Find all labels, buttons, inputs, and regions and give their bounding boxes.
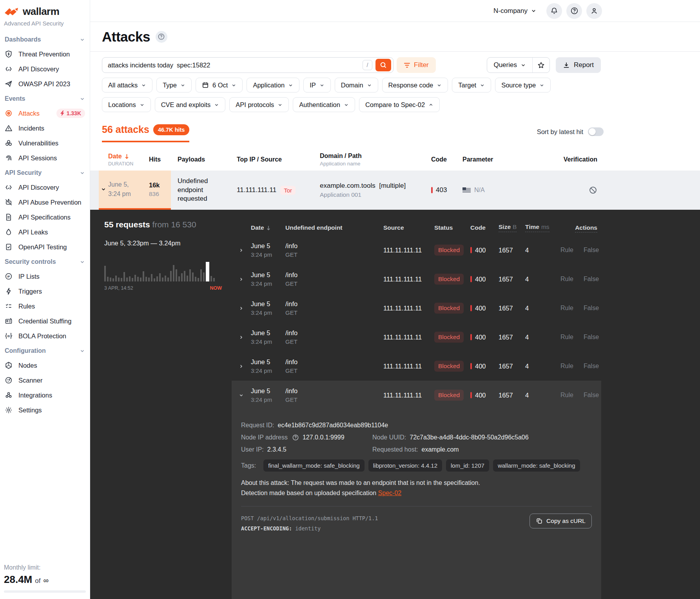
requests-histogram[interactable] (104, 256, 222, 281)
req-column-size[interactable]: SizeB (499, 223, 525, 232)
filter-chip-type[interactable]: Type (156, 78, 192, 93)
rule-action[interactable]: Rule (560, 392, 573, 399)
attack-verification[interactable] (562, 186, 597, 194)
rule-action[interactable]: Rule (560, 363, 573, 370)
sidebar-item-incidents[interactable]: Incidents (3, 121, 87, 136)
request-row-expanded[interactable]: June 53:24 pm /infoGET 111.11.111.11 Blo… (232, 381, 601, 410)
section-api-security[interactable]: API Security (3, 165, 87, 180)
sidebar-item-api-leaks[interactable]: API Leaks (3, 225, 87, 240)
column-payloads[interactable]: Payloads (171, 156, 237, 163)
filter-chip-compare-to-spec[interactable]: Compare to Spec-02 (359, 97, 440, 112)
column-hits[interactable]: Hits (149, 156, 171, 163)
sidebar-item-bola-protection[interactable]: ID BOLA Protection (3, 329, 87, 343)
column-verification[interactable]: Verification (562, 156, 597, 163)
notifications-button[interactable] (546, 3, 562, 19)
false-action[interactable]: False (584, 276, 599, 283)
filter-button[interactable]: Filter (397, 57, 436, 73)
filter-chip-source-type[interactable]: Source type (495, 78, 551, 93)
false-action[interactable]: False (584, 247, 599, 254)
filter-chip-authentication[interactable]: Authentication (293, 97, 355, 112)
tag-chip[interactable]: lom_id: 1207 (446, 459, 489, 472)
sidebar-item-api-discovery[interactable]: API Discovery (3, 62, 87, 76)
copy-as-curl-button[interactable]: Copy as cURL (530, 514, 592, 528)
request-row[interactable]: June 53:24 pm /infoGET 111.11.111.11 Blo… (232, 323, 601, 352)
req-column-date[interactable]: Date (251, 224, 285, 231)
filter-chip-ip[interactable]: IP (303, 78, 331, 93)
request-row[interactable]: June 53:24 pm /infoGET 111.11.111.11 Blo… (232, 352, 601, 381)
sidebar-item-openapi-testing[interactable]: OpenAPI Testing (3, 240, 87, 254)
req-column-time[interactable]: Timems (525, 223, 560, 232)
account-button[interactable] (586, 3, 602, 19)
filter-chip-target[interactable]: Target (452, 78, 491, 93)
attacks-results-tab[interactable]: 56 attacks 46.7K hits (102, 124, 189, 142)
rule-action[interactable]: Rule (560, 276, 573, 283)
attack-row[interactable]: June 5, 3:24 pm 16k 836 Undefined endpoi… (90, 171, 700, 210)
search-button[interactable] (375, 59, 391, 71)
req-column-actions[interactable]: Actions (560, 224, 601, 231)
sidebar-item-api-sessions[interactable]: API Sessions (3, 151, 87, 165)
column-code[interactable]: Code (431, 156, 462, 163)
sidebar-item-integrations[interactable]: Integrations (3, 388, 87, 403)
sidebar-item-scanner[interactable]: Scanner (3, 373, 87, 388)
tag-chip[interactable]: final_wallarm_mode: safe_blocking (263, 459, 364, 472)
sidebar-item-api-abuse-prevention[interactable]: API Abuse Prevention (3, 195, 87, 210)
tag-chip[interactable]: wallarm_mode: safe_blocking (493, 459, 580, 472)
sidebar-item-api-specifications[interactable]: API Specifications (3, 210, 87, 225)
filter-chip-all-attacks[interactable]: All attacks (102, 78, 152, 93)
sidebar-item-threat-prevention[interactable]: Threat Prevention (3, 47, 87, 62)
request-row[interactable]: June 53:24 pm /infoGET 111.11.111.11 Blo… (232, 236, 601, 265)
column-domain[interactable]: Domain / Path Application name (320, 152, 431, 167)
queries-dropdown[interactable]: Queries (487, 58, 532, 73)
sidebar-item-vulnerabilities[interactable]: Vulnerabilities (3, 136, 87, 151)
req-column-source[interactable]: Source (383, 224, 434, 231)
filter-chip-cve-and-exploits[interactable]: CVE and exploits (155, 97, 226, 112)
sidebar-item-api-discovery-2[interactable]: API Discovery (3, 180, 87, 195)
filter-chip-response-code[interactable]: Response code (382, 78, 448, 93)
sidebar-item-settings[interactable]: Settings (3, 403, 87, 417)
company-switcher[interactable]: N-company (493, 7, 537, 15)
false-action[interactable]: False (584, 392, 599, 399)
filter-chip-api-protocols[interactable]: API protocols (229, 97, 289, 112)
section-security-controls[interactable]: Security controls (3, 254, 87, 269)
help-button[interactable] (566, 3, 582, 19)
section-configuration[interactable]: Configuration (3, 343, 87, 358)
false-action[interactable]: False (584, 363, 599, 370)
column-parameter[interactable]: Parameter (462, 156, 521, 163)
request-row[interactable]: June 53:24 pm /infoGET 111.11.111.11 Blo… (232, 265, 601, 294)
filter-chip-application[interactable]: Application (247, 78, 299, 93)
false-action[interactable]: False (584, 305, 599, 312)
rule-action[interactable]: Rule (560, 305, 573, 312)
chevron-right-icon[interactable] (232, 306, 251, 311)
chevron-right-icon[interactable] (232, 335, 251, 340)
favorite-query-button[interactable] (532, 58, 549, 73)
spec-link[interactable]: Spec-02 (378, 490, 402, 496)
sidebar-item-credential-stuffing[interactable]: Credential Stuffing (3, 314, 87, 329)
filter-chip-domain[interactable]: Domain (335, 78, 378, 93)
req-column-status[interactable]: Status (434, 224, 470, 231)
page-help-button[interactable] (156, 31, 167, 43)
tag-chip[interactable]: libproton_version: 4.4.12 (368, 459, 442, 472)
column-date[interactable]: Date DURATION (108, 153, 149, 167)
sidebar-item-ip-lists[interactable]: IP IP Lists (3, 269, 87, 284)
sidebar-item-owasp-api-2023[interactable]: OWASP API 2023 (3, 76, 87, 91)
sidebar-item-triggers[interactable]: Triggers (3, 284, 87, 299)
search-input[interactable] (108, 62, 359, 69)
sidebar-item-nodes[interactable]: Nodes (3, 358, 87, 373)
wallarm-logo[interactable]: wallarm (3, 5, 87, 18)
section-events[interactable]: Events (3, 91, 87, 106)
sidebar-item-rules[interactable]: Rules (3, 299, 87, 314)
chevron-right-icon[interactable] (232, 277, 251, 282)
chevron-down-icon[interactable] (232, 393, 251, 398)
question-circle-icon[interactable] (292, 434, 299, 441)
req-column-endpoint[interactable]: Undefined endpoint (285, 224, 383, 231)
rule-action[interactable]: Rule (560, 334, 573, 341)
request-row[interactable]: June 53:24 pm /infoGET 111.11.111.11 Blo… (232, 294, 601, 323)
sort-toggle[interactable] (588, 127, 604, 136)
attack-payload[interactable]: Undefined endpoint requested (171, 177, 218, 204)
column-top-ip[interactable]: Top IP / Source (237, 156, 320, 163)
false-action[interactable]: False (584, 334, 599, 341)
filter-chip-date[interactable]: 6 Oct (196, 78, 243, 93)
filter-chip-locations[interactable]: Locations (102, 97, 151, 112)
chevron-right-icon[interactable] (232, 248, 251, 253)
chevron-right-icon[interactable] (232, 364, 251, 369)
